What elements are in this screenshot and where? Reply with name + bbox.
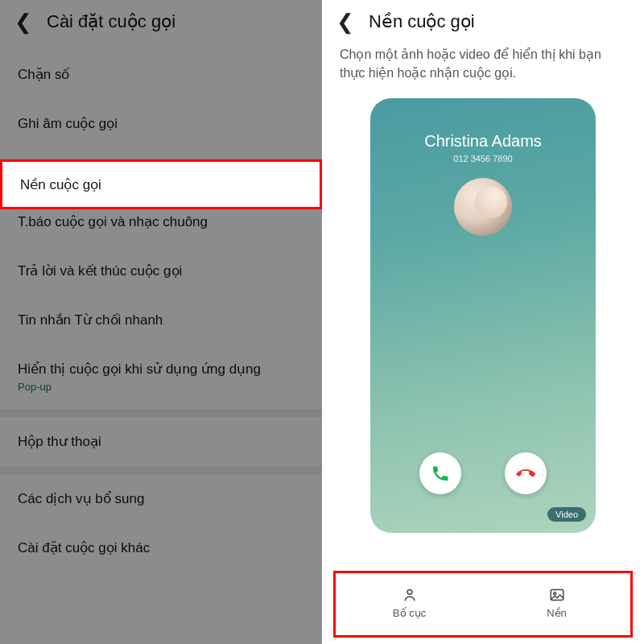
item-quick-decline[interactable]: Tin nhắn Từ chối nhanh: [0, 295, 322, 345]
person-icon: [401, 586, 419, 604]
item-block-numbers[interactable]: Chặn số: [0, 50, 322, 99]
right-header: ❮ Nền cuộc gọi: [322, 0, 644, 42]
left-header: ❮ Cài đặt cuộc gọi: [0, 0, 322, 50]
bottom-bar-highlight: Bố cục Nền: [333, 571, 633, 638]
item-voicemail[interactable]: Hộp thư thoại: [0, 417, 322, 466]
call-background-preview[interactable]: Christina Adams 012 3456 7890 Video: [370, 98, 596, 533]
right-title: Nền cuộc gọi: [369, 11, 475, 32]
back-icon[interactable]: ❮: [14, 11, 32, 32]
decline-call-button[interactable]: [505, 452, 547, 494]
back-icon[interactable]: ❮: [336, 11, 354, 32]
svg-point-2: [553, 592, 555, 595]
accept-call-button[interactable]: [419, 452, 461, 494]
item-record-calls[interactable]: Ghi âm cuộc gọi: [0, 99, 322, 148]
left-pane-call-settings: ❮ Cài đặt cuộc gọi Chặn số Ghi âm cuộc g…: [0, 0, 322, 644]
image-icon: [548, 586, 566, 604]
layout-label: Bố cục: [393, 607, 426, 619]
avatar: [454, 178, 512, 236]
item-show-calls-in-apps[interactable]: Hiển thị cuộc gọi khi sử dụng ứng dụng P…: [0, 345, 322, 409]
background-button[interactable]: Nền: [483, 580, 630, 625]
item-sub-popup: Pop-up: [18, 381, 304, 393]
background-label: Nền: [547, 607, 567, 619]
right-description: Chọn một ảnh hoặc video để hiển thị khi …: [322, 42, 644, 93]
caller-name: Christina Adams: [370, 132, 596, 151]
left-title: Cài đặt cuộc gọi: [47, 11, 175, 32]
item-call-background-highlight[interactable]: Nền cuộc gọi: [0, 159, 322, 209]
preview-wrap: Christina Adams 012 3456 7890 Video: [322, 93, 644, 571]
caller-number: 012 3456 7890: [370, 154, 596, 163]
item-other-call-settings[interactable]: Cài đặt cuộc gọi khác: [0, 523, 322, 572]
item-extra-services[interactable]: Các dịch vụ bổ sung: [0, 474, 322, 523]
right-pane-call-background: ❮ Nền cuộc gọi Chọn một ảnh hoặc video đ…: [322, 0, 644, 644]
video-badge: Video: [547, 507, 586, 522]
svg-point-0: [407, 589, 412, 594]
layout-button[interactable]: Bố cục: [336, 580, 483, 625]
section-gap: [0, 409, 322, 417]
section-gap: [0, 466, 322, 474]
item-answer-end[interactable]: Trả lời và kết thúc cuộc gọi: [0, 246, 322, 295]
